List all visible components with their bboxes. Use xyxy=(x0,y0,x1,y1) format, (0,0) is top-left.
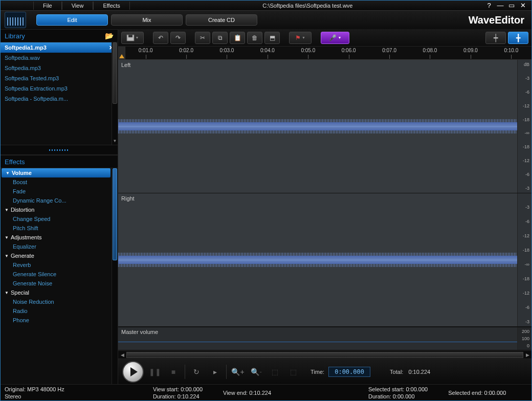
status-selected-end: Selected end: 0:00.000 xyxy=(448,389,506,396)
zoom-in-button[interactable]: 🔍+ xyxy=(231,365,245,379)
effects-scrollbar[interactable] xyxy=(112,168,118,384)
play-selection-button[interactable]: ▸ xyxy=(208,365,222,379)
chevron-down-icon: ▼ xyxy=(6,171,10,175)
sidebar: Library 📂 Softpedia1.mp3 ✕ Softpedia.wav… xyxy=(1,29,118,384)
zoom-selection-button[interactable]: ⬚ xyxy=(268,365,282,379)
library-item[interactable]: Softpedia.mp3 xyxy=(1,63,118,73)
effect-item[interactable]: Generate Noise xyxy=(1,279,112,288)
chevron-down-icon: ▼ xyxy=(5,208,9,212)
window-title: C:\Softpedia files\Softpedia test.wve xyxy=(130,3,485,9)
app-logo-icon xyxy=(5,12,26,28)
zoom-fit-button[interactable]: ⬚ xyxy=(286,365,300,379)
brand-label: WaveEditor xyxy=(469,14,527,26)
play-button[interactable] xyxy=(122,361,144,383)
crop-button[interactable]: ⬒ xyxy=(264,32,280,44)
close-button[interactable]: ✕ xyxy=(519,2,526,9)
horizontal-scrollbar[interactable]: ◀ ▶ xyxy=(118,350,531,359)
tab-mix[interactable]: Mix xyxy=(111,14,183,26)
library-title: Library xyxy=(5,32,25,40)
header-bar: Edit Mix Create CD WaveEditor xyxy=(1,11,531,29)
paste-button[interactable]: 📋 xyxy=(230,32,245,44)
effect-item[interactable]: Pitch Shift xyxy=(1,224,112,233)
library-item[interactable]: Softpedia1.mp3 ✕ xyxy=(1,42,118,53)
effect-category[interactable]: ▼Generate xyxy=(1,251,112,260)
master-volume-label: Master volume xyxy=(121,329,158,335)
panel-splitter[interactable] xyxy=(1,145,118,155)
ruler-tick: 0:02.0 xyxy=(179,48,193,53)
svg-rect-1 xyxy=(128,35,132,37)
open-folder-icon[interactable]: 📂 xyxy=(105,32,114,40)
transport-bar: ❚❚■↻▸🔍+🔍-⬚⬚ Time: 0:00.000 Total: 0:10.2… xyxy=(118,359,531,384)
effect-item[interactable]: Generate Silence xyxy=(1,270,112,279)
ruler-tick: 0:06.0 xyxy=(342,48,356,53)
copy-button[interactable]: ⧉ xyxy=(212,32,228,44)
total-value: 0:10.224 xyxy=(408,369,430,375)
effect-category[interactable]: ▼Adjustments xyxy=(1,233,112,242)
volume-scale: 2001000 xyxy=(517,327,531,350)
scroll-left-icon[interactable]: ◀ xyxy=(118,352,126,358)
library-item[interactable]: Softpedia.wav xyxy=(1,53,118,63)
scrollbar-thumb[interactable] xyxy=(113,42,117,104)
spectral-view-button[interactable]: ╋ xyxy=(508,32,528,44)
status-bar: Original: MP3 48000 Hz Stereo View start… xyxy=(1,384,531,400)
zoom-out-button[interactable]: 🔍- xyxy=(249,365,263,379)
scrollbar-thumb[interactable] xyxy=(113,168,117,260)
effect-category[interactable]: ▼Volume xyxy=(2,168,110,177)
effect-item[interactable]: Radio xyxy=(1,306,112,316)
redo-button[interactable]: ↷ xyxy=(170,32,186,44)
effect-item[interactable]: Equalizer xyxy=(1,242,112,251)
effect-category[interactable]: ▼Distortion xyxy=(1,205,112,214)
library-scrollbar[interactable]: ▲ ▼ xyxy=(112,42,118,145)
marker-button[interactable]: ⚑▼ xyxy=(289,32,312,44)
effect-item[interactable]: Noise Reduction xyxy=(1,297,112,306)
library-item[interactable]: Softpedia Tested.mp3 xyxy=(1,73,118,83)
pause-button[interactable]: ❚❚ xyxy=(148,365,162,379)
scroll-right-icon[interactable]: ▶ xyxy=(523,352,531,358)
menu-file[interactable]: File xyxy=(33,2,62,10)
loop-button[interactable]: ↻ xyxy=(189,365,204,379)
master-volume-track[interactable]: Master volume 2001000 xyxy=(118,327,531,350)
scrollbar-thumb[interactable] xyxy=(126,352,523,358)
library-item[interactable]: Softpedia - Softpedia.m... xyxy=(1,94,118,104)
library-item[interactable]: Softpedia Extraction.mp3 xyxy=(1,83,118,94)
tab-edit[interactable]: Edit xyxy=(36,14,108,26)
waveform-right-channel[interactable]: Right -3-6-12-18-∞-18-12-6-3 xyxy=(118,193,531,327)
maximize-button[interactable]: ▭ xyxy=(508,2,515,9)
chevron-down-icon: ▼ xyxy=(5,291,9,295)
time-label: Time: xyxy=(311,369,324,375)
db-scale: dB-3-6-12-18-∞-18-12-6-3 xyxy=(517,60,531,193)
undo-button[interactable]: ↶ xyxy=(153,32,168,44)
effect-item[interactable]: Change Speed xyxy=(1,214,112,224)
effects-title: Effects xyxy=(5,158,25,166)
delete-button[interactable]: 🗑 xyxy=(247,32,262,44)
effects-list: ▼VolumeBoostFadeDynamic Range Co...▼Dist… xyxy=(1,168,118,384)
waveform xyxy=(118,122,517,130)
timeline-ruler[interactable]: 0:01.00:02.00:03.00:04.00:05.00:06.00:07… xyxy=(118,47,531,60)
tab-create-cd[interactable]: Create CD xyxy=(186,14,257,26)
effect-item[interactable]: Fade xyxy=(1,187,112,196)
menu-view[interactable]: View xyxy=(62,2,94,10)
ruler-tick: 0:05.0 xyxy=(301,48,315,53)
waveform-left-channel[interactable]: Left dB-3-6-12-18-∞-18-12-6-3 xyxy=(118,60,531,193)
playhead-marker-icon[interactable] xyxy=(118,47,125,59)
stop-button[interactable]: ■ xyxy=(166,365,181,379)
record-button[interactable]: 🎤▼ xyxy=(321,32,349,44)
time-display[interactable]: 0:00.000 xyxy=(328,367,370,377)
effect-item[interactable]: Phone xyxy=(1,316,112,325)
effect-item[interactable]: Boost xyxy=(1,177,112,187)
effects-header: Effects xyxy=(1,155,118,168)
save-button[interactable]: ▼ xyxy=(121,32,144,44)
minimize-button[interactable]: — xyxy=(497,2,504,9)
help-button[interactable]: ? xyxy=(485,2,493,9)
cut-button[interactable]: ✂ xyxy=(195,32,210,44)
effect-item[interactable]: Dynamic Range Co... xyxy=(1,196,112,205)
effect-category[interactable]: ▼Special xyxy=(1,288,112,297)
menu-effects[interactable]: Effects xyxy=(93,2,129,10)
scroll-down-icon[interactable]: ▼ xyxy=(112,139,118,145)
content-area: ▼ ↶ ↷ ✂ ⧉ 📋 🗑 ⬒ ⚑▼ 🎤▼ ┿ ╋ 0:01.00:02.00:… xyxy=(118,29,531,384)
library-header: Library 📂 xyxy=(1,29,118,42)
effect-item[interactable]: Reverb xyxy=(1,260,112,270)
waveform-view-button[interactable]: ┿ xyxy=(485,32,506,44)
volume-envelope[interactable] xyxy=(118,342,517,342)
ruler-tick: 0:09.0 xyxy=(463,48,478,53)
